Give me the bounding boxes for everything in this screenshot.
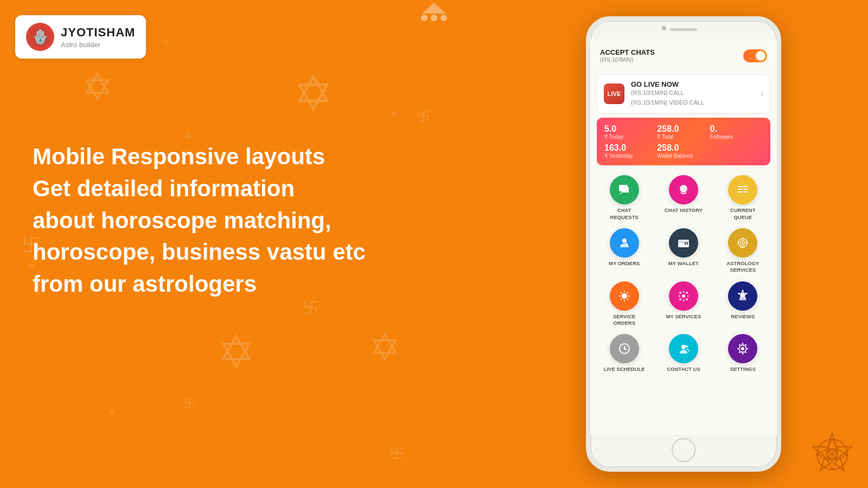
svg-point-41 bbox=[679, 298, 681, 300]
stat-followers-value: 0. bbox=[710, 124, 763, 134]
menu-astrology-services[interactable]: ASTROLOGY SERVICES bbox=[721, 228, 764, 274]
svg-point-53 bbox=[681, 345, 686, 349]
stat-total-label: ₹ Total bbox=[657, 134, 710, 140]
current-queue-label: CURRENT QUEUE bbox=[721, 207, 764, 221]
accept-chats-label: ACCEPT CHATS bbox=[600, 48, 655, 56]
hero-line3: about horoscope matching, bbox=[33, 208, 331, 233]
svg-rect-11 bbox=[743, 186, 748, 187]
chat-history-icon bbox=[669, 175, 698, 204]
svg-line-34 bbox=[621, 292, 622, 293]
menu-current-queue[interactable]: CURRENT QUEUE bbox=[721, 175, 764, 221]
menu-row-1: CHAT REQUESTS CHAT HISTORY CURRENT QUEUE bbox=[595, 175, 773, 221]
menu-my-services[interactable]: MY SERVICES bbox=[662, 281, 705, 327]
svg-rect-10 bbox=[738, 186, 742, 187]
chat-requests-icon bbox=[610, 175, 639, 204]
current-queue-icon bbox=[728, 175, 757, 204]
menu-my-orders[interactable]: MY ORDERS bbox=[603, 228, 646, 274]
svg-point-38 bbox=[682, 294, 685, 298]
svg-point-45 bbox=[678, 295, 680, 297]
menu-reviews[interactable]: REVIEWS bbox=[721, 281, 764, 327]
hero-line2: Get detailed information bbox=[33, 176, 295, 201]
go-live-sub1: (RS.10/1MIN) CALL bbox=[631, 88, 760, 98]
svg-point-20 bbox=[686, 243, 687, 244]
geo-decoration bbox=[808, 431, 856, 478]
stat-wallet-label: Wallet Balance bbox=[657, 153, 710, 159]
stat-followers-label: Followers bbox=[710, 134, 763, 140]
chat-history-label: CHAT HISTORY bbox=[665, 207, 703, 214]
my-orders-icon bbox=[610, 228, 639, 258]
stat-yesterday-label: ₹ Yesterday bbox=[604, 153, 657, 159]
phone-shell: ACCEPT CHATS (RS.10/MIN) LIVE GO LIVE NO… bbox=[586, 16, 781, 472]
stat-total-value: 258.0 bbox=[657, 124, 710, 134]
svg-line-37 bbox=[621, 298, 622, 299]
svg-rect-16 bbox=[743, 191, 748, 192]
astrology-services-icon bbox=[728, 228, 757, 258]
svg-point-29 bbox=[622, 293, 627, 299]
reviews-label: REVIEWS bbox=[731, 313, 755, 320]
svg-point-24 bbox=[742, 242, 744, 243]
logo-tagline: Astro builder bbox=[61, 41, 135, 49]
stats-banner: 5.0 ₹ Today 258.0 ₹ Total 0. Followers 1… bbox=[597, 118, 770, 165]
go-live-banner[interactable]: LIVE GO LIVE NOW (RS.10/1MIN) CALL (RS.1… bbox=[597, 74, 770, 113]
stat-today: 5.0 ₹ Today bbox=[604, 124, 657, 140]
phone-home-button[interactable] bbox=[672, 438, 695, 462]
accept-chats-toggle[interactable] bbox=[743, 49, 767, 62]
svg-point-39 bbox=[679, 292, 681, 294]
menu-settings[interactable]: SETTINGS bbox=[721, 334, 764, 373]
stat-today-value: 5.0 bbox=[604, 124, 657, 134]
stat-followers: 0. Followers bbox=[710, 124, 763, 140]
hero-line1: Mobile Responsive layouts bbox=[33, 144, 325, 169]
svg-point-54 bbox=[685, 345, 688, 348]
phone-mockup: ACCEPT CHATS (RS.10/MIN) LIVE GO LIVE NO… bbox=[586, 16, 781, 472]
svg-point-12 bbox=[742, 186, 743, 187]
svg-point-44 bbox=[682, 299, 684, 301]
my-services-icon bbox=[669, 281, 698, 311]
service-orders-icon bbox=[610, 281, 639, 311]
accept-chats-row: ACCEPT CHATS (RS.10/MIN) bbox=[590, 40, 777, 70]
menu-row-3: SERVICE ORDERS MY SERVICES REVIEWS bbox=[595, 281, 773, 327]
menu-contact-us[interactable]: CONTACT US bbox=[662, 334, 705, 373]
logo-container: 🪬 JYOTISHAM Astro builder bbox=[15, 15, 146, 59]
menu-my-wallet[interactable]: MY WALLET bbox=[662, 228, 705, 274]
hero-line4: horoscope, business vastu etc bbox=[33, 239, 366, 265]
contact-us-label: CONTACT US bbox=[667, 366, 700, 373]
my-wallet-icon bbox=[669, 228, 698, 258]
stat-wallet-value: 258.0 bbox=[657, 143, 710, 153]
stat-yesterday: 163.0 ₹ Yesterday bbox=[604, 143, 657, 159]
go-live-sub2: (RS.10/1MIN) VIDEO CALL bbox=[631, 98, 760, 108]
menu-chat-history[interactable]: CHAT HISTORY bbox=[662, 175, 705, 221]
phone-camera bbox=[662, 26, 666, 30]
astrology-services-label: ASTROLOGY SERVICES bbox=[721, 260, 764, 274]
svg-rect-15 bbox=[738, 191, 742, 192]
stat-wallet: 258.0 Wallet Balance bbox=[657, 143, 710, 159]
reviews-icon bbox=[728, 281, 757, 311]
contact-us-icon bbox=[669, 334, 698, 363]
logo-icon: 🪬 bbox=[26, 23, 54, 51]
stat-today-label: ₹ Today bbox=[604, 134, 657, 140]
menu-grid: CHAT REQUESTS CHAT HISTORY CURRENT QUEUE bbox=[590, 170, 777, 386]
menu-service-orders[interactable]: SERVICE ORDERS bbox=[603, 281, 646, 327]
chat-requests-label: CHAT REQUESTS bbox=[603, 207, 646, 221]
go-live-arrow-icon: › bbox=[760, 88, 763, 100]
settings-icon bbox=[728, 334, 757, 363]
svg-point-46 bbox=[687, 295, 688, 297]
go-live-text: GO LIVE NOW (RS.10/1MIN) CALL (RS.10/1MI… bbox=[631, 80, 760, 107]
svg-rect-8 bbox=[619, 185, 628, 191]
menu-chat-requests[interactable]: CHAT REQUESTS bbox=[603, 175, 646, 221]
menu-row-2: MY ORDERS MY WALLET ASTROLOGY SERVICES bbox=[595, 228, 773, 274]
live-schedule-icon bbox=[610, 334, 639, 363]
stat-total: 258.0 ₹ Total bbox=[657, 124, 710, 140]
phone-screen: ACCEPT CHATS (RS.10/MIN) LIVE GO LIVE NO… bbox=[590, 40, 777, 435]
hero-text: Mobile Responsive layouts Get detailed i… bbox=[33, 141, 366, 300]
svg-point-40 bbox=[686, 292, 688, 294]
stat-yesterday-value: 163.0 bbox=[604, 143, 657, 153]
menu-row-4: LIVE SCHEDULE CONTACT US SETTINGS bbox=[595, 334, 773, 373]
live-badge: LIVE bbox=[604, 84, 624, 104]
svg-rect-14 bbox=[743, 189, 748, 190]
phone-speaker bbox=[670, 28, 697, 31]
hero-line5: from our astrologers bbox=[33, 271, 257, 297]
svg-point-9 bbox=[680, 185, 687, 192]
menu-live-schedule[interactable]: LIVE SCHEDULE bbox=[603, 334, 646, 373]
svg-point-43 bbox=[682, 291, 684, 292]
my-services-label: MY SERVICES bbox=[666, 313, 701, 320]
